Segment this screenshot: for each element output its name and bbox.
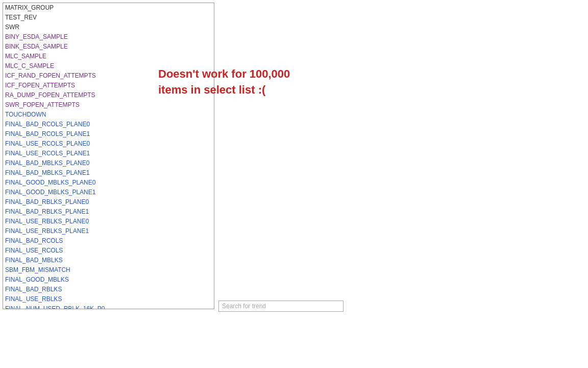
list-item[interactable]: FINAL_GOOD_MBLKS_PLANE0: [3, 178, 214, 188]
list-item[interactable]: FINAL_BAD_RCOLS: [3, 236, 214, 246]
list-item[interactable]: TOUCHDOWN: [3, 110, 214, 120]
list-item[interactable]: FINAL_USE_RBLKS_PLANE1: [3, 226, 214, 236]
list-item[interactable]: FINAL_USE_RCOLS: [3, 246, 214, 256]
list-item[interactable]: FINAL_BAD_RBLKS: [3, 285, 214, 294]
list-item[interactable]: MATRIX_GROUP: [3, 3, 214, 13]
list-item[interactable]: FINAL_USE_RCOLS_PLANE0: [3, 139, 214, 149]
search-input[interactable]: [218, 301, 344, 312]
list-item[interactable]: FINAL_GOOD_MBLKS: [3, 275, 214, 285]
list-item[interactable]: FINAL_BAD_MBLKS_PLANE0: [3, 158, 214, 168]
list-item[interactable]: TEST_REV: [3, 13, 214, 22]
list-item[interactable]: BINK_ESDA_SAMPLE: [3, 42, 214, 52]
list-item[interactable]: BINY_ESDA_SAMPLE: [3, 32, 214, 42]
list-item[interactable]: FINAL_BAD_MBLKS_PLANE1: [3, 168, 214, 178]
list-item[interactable]: FINAL_BAD_RBLKS_PLANE1: [3, 207, 214, 217]
list-item[interactable]: FINAL_GOOD_MBLKS_PLANE1: [3, 188, 214, 197]
list-item[interactable]: SBM_FBM_MISMATCH: [3, 265, 214, 275]
list-item[interactable]: FINAL_BAD_RCOLS_PLANE1: [3, 129, 214, 139]
list-item[interactable]: FINAL_BAD_RBLKS_PLANE0: [3, 197, 214, 207]
notice-text: Doesn't work for 100,000 items in select…: [158, 66, 352, 98]
items-list[interactable]: MATRIX_GROUPTEST_REVSWRBINY_ESDA_SAMPLEB…: [3, 3, 214, 309]
main-container: MATRIX_GROUPTEST_REVSWRBINY_ESDA_SAMPLEB…: [0, 0, 588, 368]
list-item[interactable]: FINAL_USE_RBLKS: [3, 294, 214, 304]
notice-line2: items in select list :(: [158, 83, 265, 96]
list-item[interactable]: FINAL_NUM_USED_RBLK_16K_P0: [3, 304, 214, 309]
list-item[interactable]: MLC_SAMPLE: [3, 52, 214, 61]
notice-line1: Doesn't work for 100,000: [158, 67, 290, 80]
list-item[interactable]: SWR_FOPEN_ATTEMPTS: [3, 100, 214, 110]
list-item[interactable]: FINAL_BAD_RCOLS_PLANE0: [3, 120, 214, 129]
list-item[interactable]: FINAL_USE_RCOLS_PLANE1: [3, 149, 214, 158]
list-item[interactable]: FINAL_BAD_MBLKS: [3, 256, 214, 265]
list-item[interactable]: SWR: [3, 22, 214, 32]
list-item[interactable]: FINAL_USE_RBLKS_PLANE0: [3, 217, 214, 226]
